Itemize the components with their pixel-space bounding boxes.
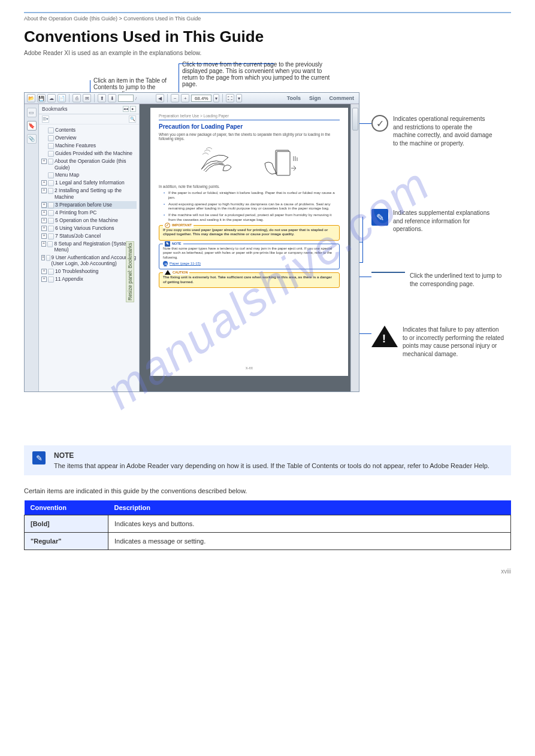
bookmarks-title: Bookmarks: [42, 106, 68, 112]
bookmark-item[interactable]: +1 Legal and Safety Information: [41, 179, 137, 187]
table-cell: Indicates a message or setting.: [108, 533, 511, 550]
note-body: Note that some paper types have a tenden…: [163, 247, 335, 260]
bookmark-page-icon: [48, 151, 54, 157]
bookmark-label: Menu Map: [55, 172, 79, 178]
separator: [69, 94, 69, 102]
expand-icon[interactable]: +: [41, 269, 47, 274]
expand-icon[interactable]: +: [41, 255, 45, 260]
bookmark-item[interactable]: +2 Installing and Setting up the Machine: [41, 187, 137, 201]
bookmarks-find-icon[interactable]: 🔍: [129, 116, 136, 123]
bookmark-page-icon: [46, 255, 50, 261]
straighten-paper-icon: [255, 145, 303, 178]
bookmark-label: Overview: [55, 135, 76, 141]
expand-icon[interactable]: +: [41, 233, 47, 239]
bookmark-item[interactable]: +11 Appendix: [41, 275, 137, 283]
expand-icon[interactable]: +: [41, 241, 46, 247]
bookmarks-tree: ContentsOverviewMachine FeaturesGuides P…: [39, 125, 139, 391]
table-header-convention: Convention: [25, 500, 108, 515]
bookmark-item[interactable]: Machine Features: [41, 142, 137, 150]
doc-area: Preparation before Use > Loading Paper P…: [140, 104, 359, 391]
bookmark-label: About the Operation Guide (this Guide): [55, 158, 137, 171]
bookmarks-options-icon[interactable]: ☰▾: [42, 116, 49, 123]
bookmark-item[interactable]: Guides Provided with the Machine: [41, 150, 137, 157]
note-box: ✎NOTE Note that some paper types have a …: [159, 244, 340, 270]
bookmark-tab-icon[interactable]: 🔖: [27, 121, 37, 130]
toolbar-cloud-icon[interactable]: ☁: [47, 94, 56, 102]
toolbar-fullscreen-icon[interactable]: ⛶: [226, 94, 234, 102]
page-total: [138, 95, 154, 102]
bookmark-label: 2 Installing and Setting up the Machine: [55, 187, 137, 200]
expand-icon[interactable]: +: [41, 210, 47, 215]
callout-text-link: Click the underlined text to jump to the…: [410, 272, 511, 288]
comment-button[interactable]: Comment: [327, 95, 356, 102]
toolbar-doc-icon[interactable]: 📄: [58, 94, 66, 102]
sign-button[interactable]: Sign: [307, 95, 324, 102]
toolbar-down-icon[interactable]: ⬇: [108, 94, 116, 102]
bookmark-item[interactable]: +10 Troubleshooting: [41, 268, 137, 275]
expand-icon[interactable]: +: [41, 277, 47, 282]
check-icon: ✓: [371, 115, 388, 132]
bookmark-page-icon: [48, 143, 54, 149]
bookmark-page-icon: [48, 277, 54, 283]
conv-intro: Certain items are indicated in this guid…: [24, 487, 511, 494]
toolbar-print-icon[interactable]: ⎙: [72, 94, 81, 102]
toolbar-up-icon[interactable]: ⬆: [98, 94, 106, 102]
callout-text-prevpage: Click to move from the current page to t…: [182, 61, 338, 87]
bookmark-item[interactable]: +5 Operation on the Machine: [41, 217, 137, 224]
expand-icon[interactable]: +: [41, 188, 47, 193]
page-number-input[interactable]: [118, 95, 134, 102]
expand-icon: [41, 135, 47, 141]
separator: [94, 94, 95, 102]
bookmark-page-icon: [48, 269, 54, 275]
toolbar-save-icon[interactable]: 💾: [37, 94, 46, 102]
bookmarks-prev-icon[interactable]: ◂◂: [123, 106, 129, 112]
bullet-item: Avoid exposing opened paper to high humi…: [164, 202, 340, 211]
bookmark-item[interactable]: Menu Map: [41, 171, 137, 179]
note-pencil-icon: ✎: [165, 241, 170, 247]
pdf-bullets: If the paper is curled or folded, straig…: [164, 190, 340, 222]
zoom-dropdown-icon[interactable]: ▾: [213, 94, 219, 102]
bookmark-label: 5 Operation on the Machine: [55, 217, 118, 224]
toolbar-prev-icon[interactable]: ◀: [156, 94, 164, 102]
attachment-tab-icon[interactable]: 📎: [27, 134, 37, 144]
table-header-description: Description: [108, 500, 511, 515]
bookmark-page-icon: [48, 202, 54, 208]
expand-icon[interactable]: +: [41, 180, 47, 186]
bookmark-item[interactable]: Overview: [41, 134, 137, 142]
toolbar-mail-icon[interactable]: ✉: [83, 94, 91, 102]
callout-line: [179, 63, 274, 64]
resize-panel-label[interactable]: Resize panel: Bookmarks: [126, 241, 134, 302]
bookmark-item[interactable]: +7 Status/Job Cancel: [41, 232, 137, 240]
bookmarks-next-icon[interactable]: ▸: [130, 106, 136, 112]
expand-icon[interactable]: +: [41, 226, 47, 231]
toolbar-zoom-in-icon[interactable]: +: [181, 94, 189, 102]
tools-button[interactable]: Tools: [285, 95, 303, 102]
toolbar-open-icon[interactable]: 📂: [27, 94, 35, 102]
vertical-scrollbar[interactable]: [350, 104, 359, 391]
expand-icon[interactable]: +: [41, 202, 47, 208]
note-icon: ✎: [371, 209, 388, 226]
bookmark-item[interactable]: +9 User Authentication and Accounting (U…: [41, 254, 137, 268]
bullet-item: If the paper is curled or folded, straig…: [164, 190, 340, 200]
expand-icon[interactable]: +: [41, 159, 47, 164]
important-body: If you copy onto used paper (paper alrea…: [163, 228, 335, 237]
separator: [167, 94, 168, 102]
expand-icon[interactable]: +: [41, 218, 47, 223]
expand-icon: [41, 151, 47, 156]
bookmark-label: 8 Setup and Registration (System Menu): [54, 241, 137, 253]
scroll-thumb[interactable]: [352, 108, 358, 130]
bookmark-item[interactable]: +4 Printing from PC: [41, 209, 137, 217]
pdf-viewer: 📂 💾 ☁ 📄 ⎙ ✉ ⬆ ⬇ / ◀ − + 68.4% ▾: [24, 92, 359, 392]
bookmark-item[interactable]: +8 Setup and Registration (System Menu): [41, 240, 137, 254]
zoom-display[interactable]: 68.4%: [191, 95, 211, 102]
bookmark-item[interactable]: +About the Operation Guide (this Guide): [41, 157, 137, 171]
reference-link[interactable]: ➔Paper (page 11-15): [163, 261, 335, 266]
bookmark-label: 7 Status/Job Cancel: [55, 233, 101, 239]
bookmark-item[interactable]: +6 Using Various Functions: [41, 224, 137, 232]
note-tag: NOTE: [172, 242, 182, 245]
toolbar-more-icon[interactable]: ▾: [236, 94, 242, 102]
thumbnail-tab-icon[interactable]: ▭: [27, 108, 37, 117]
toolbar-zoom-out-icon[interactable]: −: [171, 94, 179, 102]
bookmark-item[interactable]: Contents: [41, 126, 137, 134]
bookmark-item[interactable]: +3 Preparation before Use: [41, 201, 137, 209]
